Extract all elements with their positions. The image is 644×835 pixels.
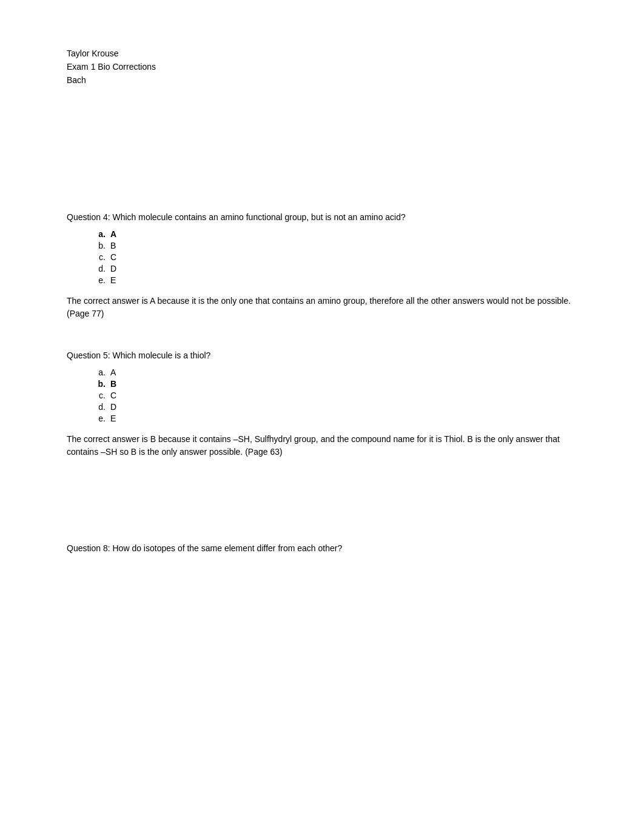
answer-4b: b. B	[91, 241, 577, 250]
question-5-answers: a. A b. B c. C d. D e. E	[91, 367, 577, 423]
header-block: Taylor Krouse Exam 1 Bio Corrections Bac…	[67, 49, 577, 85]
answer-5c: c. C	[91, 391, 577, 400]
answer-4c: c. C	[91, 252, 577, 262]
answer-4e-letter: e.	[91, 275, 106, 285]
page-content: Taylor Krouse Exam 1 Bio Corrections Bac…	[0, 0, 644, 835]
answer-5a-letter: a.	[91, 367, 106, 377]
answer-4e-value: E	[110, 275, 116, 285]
answer-5c-value: C	[110, 391, 116, 400]
answer-5e-value: E	[110, 414, 116, 423]
answer-4c-letter: c.	[91, 252, 106, 262]
title-line: Exam 1 Bio Corrections	[67, 62, 577, 72]
answer-4b-letter: b.	[91, 241, 106, 250]
question-5-block: Question 5: Which molecule is a thiol? a…	[67, 350, 577, 458]
spacer-top	[67, 91, 577, 212]
answer-5e-letter: e.	[91, 414, 106, 423]
answer-5b-letter: b.	[91, 379, 106, 389]
question-4-text: Question 4: Which molecule contains an a…	[67, 212, 577, 222]
answer-5d: d. D	[91, 402, 577, 412]
answer-5e: e. E	[91, 414, 577, 423]
question-8-text: Question 8: How do isotopes of the same …	[67, 543, 577, 553]
question-5-text: Question 5: Which molecule is a thiol?	[67, 350, 577, 360]
answer-4d: d. D	[91, 264, 577, 273]
answer-4d-value: D	[110, 264, 116, 273]
answer-5d-value: D	[110, 402, 116, 412]
question-5-explanation: The correct answer is B because it conta…	[67, 433, 577, 458]
question-4-explanation: The correct answer is A because it is th…	[67, 295, 577, 320]
answer-4b-value: B	[110, 241, 116, 250]
answer-4a: a. A	[91, 229, 577, 239]
answer-4e: e. E	[91, 275, 577, 285]
teacher-line: Bach	[67, 75, 577, 85]
answer-5a-value: A	[110, 367, 116, 377]
answer-5d-letter: d.	[91, 402, 106, 412]
answer-4a-value: A	[110, 229, 116, 239]
answer-5b-value: B	[110, 379, 116, 389]
spacer-before-q8	[67, 471, 577, 543]
answer-5b: b. B	[91, 379, 577, 389]
spacer-between-4-5	[67, 332, 577, 350]
question-4-block: Question 4: Which molecule contains an a…	[67, 212, 577, 320]
answer-5c-letter: c.	[91, 391, 106, 400]
answer-4c-value: C	[110, 252, 116, 262]
answer-5a: a. A	[91, 367, 577, 377]
answer-4d-letter: d.	[91, 264, 106, 273]
author-line: Taylor Krouse	[67, 49, 577, 58]
answer-4a-letter: a.	[91, 229, 106, 239]
question-8-block: Question 8: How do isotopes of the same …	[67, 543, 577, 553]
question-4-answers: a. A b. B c. C d. D e. E	[91, 229, 577, 285]
